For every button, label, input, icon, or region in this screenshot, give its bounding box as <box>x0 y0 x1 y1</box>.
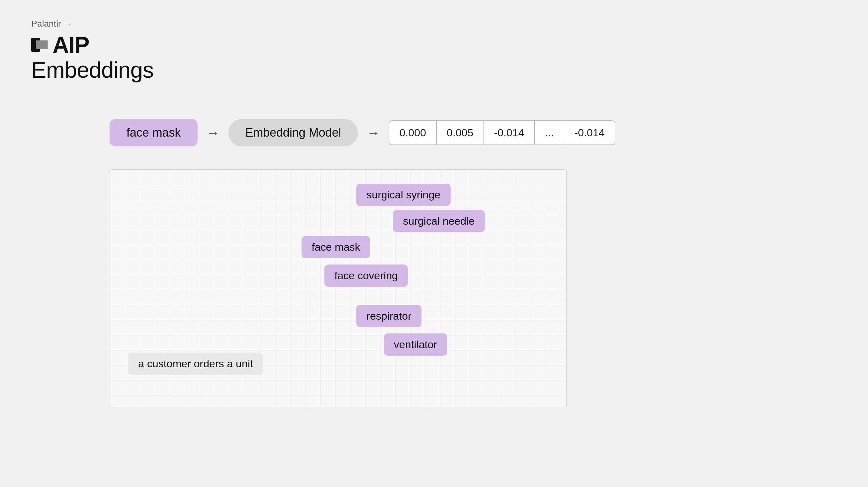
input-text-pill: face mask <box>110 119 197 146</box>
breadcrumb-arrow: → <box>63 19 72 29</box>
svg-rect-5 <box>36 40 48 49</box>
vector-output: 0.000 0.005 -0.014 ... -0.014 <box>389 120 615 145</box>
palantir-breadcrumb: Palantir → <box>31 19 153 29</box>
flow-arrow-2: → <box>367 125 380 140</box>
vector-cell-2: -0.014 <box>484 121 535 144</box>
grid-label-respirator: respirator <box>356 305 422 327</box>
vector-cell-1: 0.005 <box>437 121 484 144</box>
embedding-flow: face mask → Embedding Model → 0.000 0.00… <box>110 119 615 146</box>
header-section: Palantir → AIP Embeddings <box>31 19 153 83</box>
palantir-logo-icon <box>31 38 48 52</box>
grid-label-surgical-syringe: surgical syringe <box>356 184 450 206</box>
page-subtitle: Embeddings <box>31 57 153 83</box>
grid-label-ventilator: ventilator <box>384 334 447 356</box>
vector-cell-dots: ... <box>535 121 564 144</box>
embedding-model-pill: Embedding Model <box>228 119 358 146</box>
grid-label-customer-orders: a customer orders a unit <box>128 352 263 375</box>
vector-cell-0: 0.000 <box>389 121 436 144</box>
brand-row: AIP <box>31 32 153 58</box>
grid-label-face-covering: face covering <box>324 264 408 287</box>
grid-label-surgical-needle: surgical needle <box>393 210 485 232</box>
grid-label-face-mask: face mask <box>302 236 370 258</box>
palantir-label: Palantir <box>31 19 61 29</box>
vector-cell-last: -0.014 <box>564 121 614 144</box>
embedding-scatter-grid: surgical syringe surgical needle face ma… <box>110 169 567 407</box>
flow-arrow-1: → <box>206 125 219 140</box>
brand-aip-label: AIP <box>53 32 89 58</box>
